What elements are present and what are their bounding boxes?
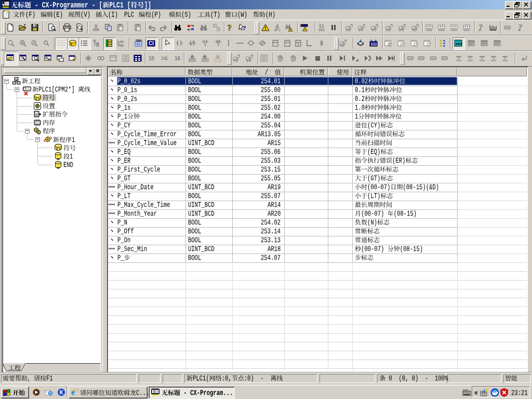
- svg-text:?: ?: [243, 24, 246, 32]
- svg-text:SMA: SMA: [136, 39, 142, 42]
- svg-text:HH: HH: [456, 42, 462, 46]
- svg-text:10: 10: [161, 56, 166, 61]
- svg-text:K: K: [60, 390, 64, 395]
- svg-text:10: 10: [149, 56, 155, 61]
- svg-text:16: 16: [175, 56, 181, 61]
- svg-text:e: e: [71, 388, 75, 396]
- svg-text:CI: CI: [149, 41, 154, 46]
- svg-text:?: ?: [228, 23, 232, 32]
